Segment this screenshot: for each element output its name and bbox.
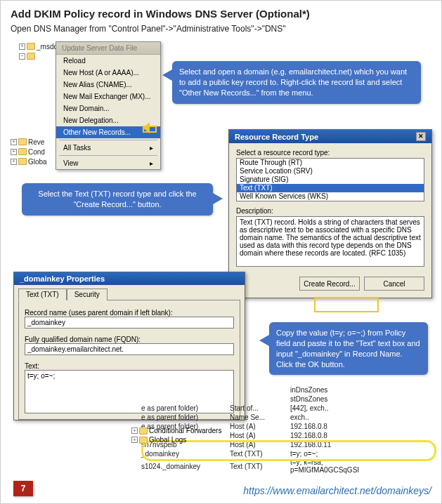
menu-item-new-mx[interactable]: New Mail Exchanger (MX)... [56,91,160,102]
dns-tree-bottom: +Conditional Forwarders +Global Logs [131,426,221,444]
tab-text[interactable]: Text (TXT) [18,289,67,300]
page-number: 7 [13,481,33,496]
description-box: Text (TXT) record. Holds a string of cha… [236,216,424,267]
expand-icon[interactable]: + [131,437,138,443]
folder-icon [18,158,27,165]
table-row[interactable]: e as parent folder)Start of...[442], exc… [141,404,436,413]
menu-item-new-host[interactable]: New Host (A or AAAA)... [56,67,160,79]
folder-icon [27,53,35,60]
expand-icon[interactable]: + [19,44,25,50]
highlight-arrow-icon [143,124,162,133]
tab-security[interactable]: Security [67,289,108,300]
folder-icon [18,138,27,145]
dialog-title: Resource Record Type [235,133,318,141]
expand-icon[interactable]: + [131,427,138,434]
menu-title: Update Server Data File [56,42,160,55]
page-title: Add DKIM Policy record in Windows DNS Se… [11,8,431,20]
context-menu: Update Server Data File Reload New Host … [56,41,161,170]
menu-item-all-tasks[interactable]: All Tasks▸ [56,142,160,154]
expand-icon[interactable]: + [11,139,17,145]
list-item: inDnsZones [290,386,332,394]
create-record-button[interactable]: Create Record... [299,277,360,291]
tree-node[interactable]: Cond [28,148,45,156]
list-item[interactable]: Route Through (RT) [237,159,424,167]
tree-node[interactable]: Global Logs [149,436,186,444]
tree-node[interactable]: Reve [28,138,44,146]
list-item: stDnsZones [290,395,332,403]
callout-copy-value: Copy the value (t=y; o=~;) from Policy f… [269,322,428,375]
tree-node[interactable]: Globa [28,158,47,166]
list-item[interactable]: Service Location (SRV) [237,167,424,175]
expand-icon[interactable]: + [11,159,17,165]
tree-node[interactable]: Conditional Forwarders [149,427,221,435]
folder-icon [18,148,27,155]
list-item[interactable]: Well Known Services (WKS) [237,192,424,201]
collapse-icon[interactable]: − [19,53,25,60]
menu-item-new-domain[interactable]: New Domain... [56,102,160,114]
list-item[interactable]: Signature (SIG) [237,175,424,184]
resource-record-type-dialog: Resource Record Type✕ Select a resource … [228,129,432,298]
fqdn-input[interactable] [25,343,234,355]
text-label: Text: [25,362,234,370]
folder-icon [139,427,148,435]
folder-icon [27,43,35,50]
description-label: Description: [236,207,424,215]
close-icon[interactable]: ✕ [416,132,426,141]
list-item-selected[interactable]: Text (TXT) [237,184,424,192]
cancel-button[interactable]: Cancel [364,277,424,291]
record-type-listbox[interactable]: Route Through (RT) Service Location (SRV… [236,158,424,201]
menu-separator [59,155,157,156]
expand-icon[interactable]: + [11,149,17,155]
folder-icon [139,437,148,444]
list-item[interactable]: X.25 [237,201,424,201]
chevron-right-icon: ▸ [150,144,153,152]
menu-separator [59,140,157,140]
menu-item-reload[interactable]: Reload [56,55,160,67]
dialog-title: _domainkey Properties [20,274,105,283]
menu-item-view[interactable]: View▸ [56,157,160,169]
select-record-label: Select a resource record type: [236,149,424,157]
fqdn-label: Fully qualified domain name (FQDN): [25,336,234,343]
highlight-create-record [314,297,379,312]
menu-item-new-alias[interactable]: New Alias (CNAME)... [56,79,160,91]
callout-select-domain: Select and open a domain (e.g. emailarch… [172,61,421,104]
record-name-input[interactable] [25,317,234,329]
table-row[interactable]: e as parent folder)Name Se...exch.. [141,413,436,422]
page-subtitle: Open DNS Manager from "Control Panel"->"… [11,24,431,34]
footer-url[interactable]: https://www.emailarchitect.net/domainkey… [243,485,431,496]
record-name-label: Record name (uses parent domain if left … [25,309,234,317]
chevron-right-icon: ▸ [150,159,153,167]
callout-select-txt: Select the Text (TXT) record type and cl… [22,183,213,215]
